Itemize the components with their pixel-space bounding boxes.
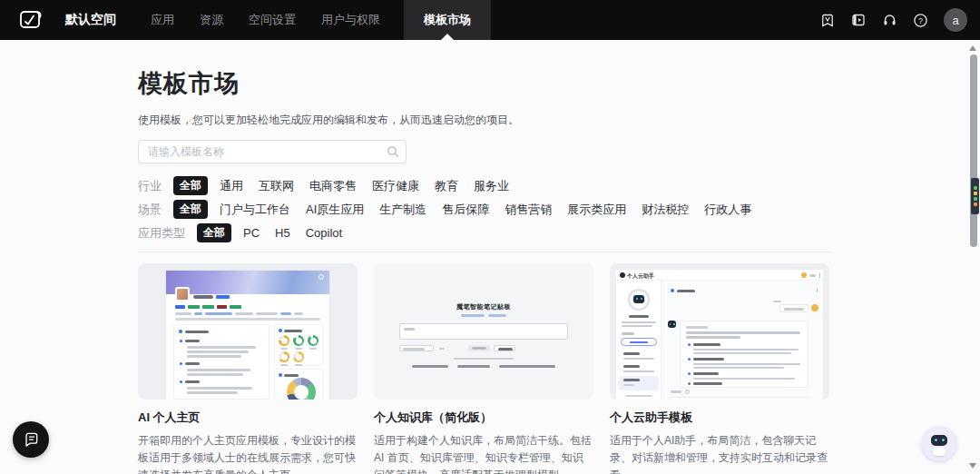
filter-industry-option[interactable]: 通用 xyxy=(220,178,243,194)
filter-apptype-option[interactable]: H5 xyxy=(275,226,290,240)
search-input[interactable] xyxy=(138,140,407,163)
decor-b xyxy=(187,369,250,371)
filter-scene-option[interactable]: 售后保障 xyxy=(442,202,489,218)
decor-robot-head xyxy=(931,435,947,446)
decor-bd xyxy=(412,365,448,368)
user-avatar[interactable]: a xyxy=(944,8,967,32)
version-badge-icon[interactable] xyxy=(815,7,840,33)
decor-svg xyxy=(882,13,897,27)
decor-bd xyxy=(185,380,200,383)
decor-bd xyxy=(623,379,640,381)
filter-industry-option[interactable]: 互联网 xyxy=(259,178,294,194)
headset-icon[interactable] xyxy=(877,7,902,33)
decor-ew-dot xyxy=(974,192,977,195)
filter-scene-option[interactable]: 财法税控 xyxy=(642,202,689,218)
decor-t3-side xyxy=(616,281,662,400)
card-title: 个人知识库（简化版） xyxy=(374,410,593,426)
nav-tab-template-market[interactable]: 模板市场 xyxy=(404,0,491,40)
decor-robot-eye xyxy=(942,439,945,441)
filters: 行业 全部 通用 互联网 电商零售 医疗健康 教育 服务业 场景 全部 门户与工… xyxy=(138,177,833,242)
decor-bd xyxy=(179,330,182,333)
decor-b xyxy=(623,370,654,372)
vertical-scrollbar[interactable] xyxy=(966,40,980,474)
decor-robot-eye xyxy=(935,439,937,441)
decor-tag xyxy=(230,305,241,309)
filter-scene-all[interactable]: 全部 xyxy=(173,200,208,219)
decor-bd xyxy=(284,374,299,377)
filter-apptype-all[interactable]: 全部 xyxy=(197,223,231,242)
scroll-up-arrow-icon[interactable] xyxy=(969,45,976,51)
divider xyxy=(138,252,833,252)
tutorial-video-icon[interactable] xyxy=(846,7,871,33)
nav-item-users-permissions[interactable]: 用户与权限 xyxy=(321,12,380,28)
assistant-fab[interactable] xyxy=(922,427,956,461)
edge-docked-widget[interactable] xyxy=(971,178,979,214)
decor-ring xyxy=(308,335,318,346)
filter-industry-option[interactable]: 服务业 xyxy=(474,178,509,194)
decor-b xyxy=(488,314,506,317)
decor-bd xyxy=(688,382,691,385)
decor-bd xyxy=(623,352,640,355)
nav-item-resources[interactable]: 资源 xyxy=(200,12,223,28)
scrollbar-thumb[interactable] xyxy=(970,54,977,247)
decor-b xyxy=(454,358,514,360)
decor-svg xyxy=(820,13,835,28)
filter-scene-option[interactable]: AI原生应用 xyxy=(306,202,364,218)
filter-row-scene: 场景 全部 门户与工作台 AI原生应用 生产制造 售后保障 销售营销 展示类应用… xyxy=(138,201,833,218)
template-cards: AI 个人主页 开箱即用的个人主页应用模板，专业设计的模板适用于多领域人士的在线… xyxy=(138,263,833,474)
decor-donut xyxy=(287,378,316,400)
filter-scene-option[interactable]: 门户与工作台 xyxy=(220,202,290,218)
page-subtitle: 使用模板，您可以更加轻松地完成应用的编辑和发布，从而迅速启动您的项目。 xyxy=(138,113,833,128)
filter-apptype-option[interactable]: Copilot xyxy=(306,226,342,240)
thumb-notes-input xyxy=(399,323,568,340)
filter-apptype-option[interactable]: PC xyxy=(243,226,260,240)
decor-bd xyxy=(185,340,200,342)
decor-rect xyxy=(854,15,857,25)
decor-b xyxy=(625,395,652,397)
filter-scene-option[interactable]: 展示类应用 xyxy=(567,202,626,218)
filter-scene-option[interactable]: 生产制造 xyxy=(379,202,426,218)
decor-bd xyxy=(819,273,821,278)
template-card-cloud-assistant[interactable]: 个人云助手 xyxy=(610,263,829,474)
scroll-down-arrow-icon[interactable] xyxy=(969,463,976,469)
decor-b xyxy=(403,348,425,351)
filter-industry-option[interactable]: 医疗健康 xyxy=(372,178,419,194)
decor-robot-head xyxy=(668,321,676,328)
nav-item-apps[interactable]: 应用 xyxy=(151,12,174,28)
card-description: 适用于个人AI助手，布局简洁，包含聊天记录、对话新增和管理，支持实时互动和记录查… xyxy=(610,432,829,474)
decor-div xyxy=(680,321,808,388)
decor-line xyxy=(395,153,397,156)
decor-b xyxy=(175,312,191,315)
filter-scene-option[interactable]: 行政人事 xyxy=(704,202,751,218)
feedback-fab[interactable] xyxy=(13,421,49,458)
thumb-assistant-appname: 个人云助手 xyxy=(627,272,654,281)
feedback-bubble-icon xyxy=(22,430,40,449)
filter-scene-option[interactable]: 销售营销 xyxy=(505,202,552,218)
filter-industry-option[interactable]: 电商零售 xyxy=(309,178,357,194)
mobi-logo-icon[interactable] xyxy=(15,6,47,34)
decor-bd xyxy=(185,362,200,365)
decor-b xyxy=(686,326,708,329)
template-card-ai-homepage[interactable]: AI 个人主页 开箱即用的个人主页应用模板，专业设计的模板适用于多领域人士的在线… xyxy=(138,263,358,474)
thumb-notes-button xyxy=(468,345,490,351)
decor-bd xyxy=(688,343,691,346)
decor-b xyxy=(194,312,202,315)
main-content: 模板市场 使用模板，您可以更加轻松地完成应用的编辑和发布，从而迅速启动您的项目。… xyxy=(138,67,833,474)
filter-industry-all[interactable]: 全部 xyxy=(173,176,208,195)
decor-b xyxy=(187,387,252,390)
decor-b xyxy=(784,308,804,311)
decor-div xyxy=(669,397,810,400)
decor-bd xyxy=(693,372,719,375)
help-icon[interactable]: ? xyxy=(907,7,933,33)
workspace-name[interactable]: 默认空间 xyxy=(65,12,116,28)
decor-svg xyxy=(17,7,44,33)
decor-bd xyxy=(677,290,695,292)
template-card-knowledge-base[interactable]: 魔笔智能笔记贴板 xyxy=(374,263,593,474)
decor-b xyxy=(175,318,320,321)
decor-b xyxy=(622,332,634,335)
magnifier-icon[interactable] xyxy=(387,145,399,158)
filter-industry-option[interactable]: 教育 xyxy=(435,178,458,194)
nav-item-space-settings[interactable]: 空间设置 xyxy=(249,12,296,28)
decor-b xyxy=(235,312,253,315)
decor-bd xyxy=(284,330,302,332)
